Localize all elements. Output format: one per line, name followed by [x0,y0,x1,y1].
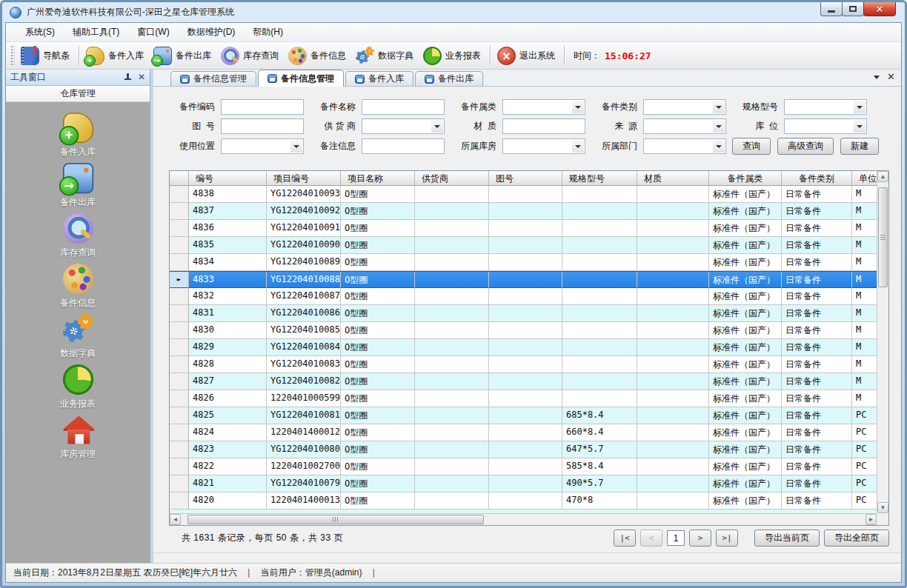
tab-备件信息管理[interactable]: 备件信息管理 [258,70,344,87]
table-cell[interactable]: M [852,373,877,390]
table-cell[interactable]: O型圈 [341,203,415,220]
table-cell[interactable] [415,458,489,475]
row-header-cell[interactable] [170,220,189,237]
table-cell[interactable]: 标准件（国产） [709,475,782,492]
table-cell[interactable] [562,220,637,237]
column-header[interactable]: 材质 [637,171,709,186]
table-cell[interactable]: 标准件（国产） [709,288,782,305]
prev-page-button[interactable]: < [640,529,662,547]
table-cell[interactable] [637,458,709,475]
table-cell[interactable]: O型圈 [341,339,415,356]
table-cell[interactable] [415,322,489,339]
table-cell[interactable] [637,220,709,237]
table-cell[interactable]: 日常备件 [782,458,852,475]
page-number-input[interactable]: 1 [667,530,685,546]
table-cell[interactable]: 日常备件 [782,356,852,373]
close-button[interactable]: ✕ [863,2,896,16]
table-cell[interactable]: M [852,390,877,407]
row-header-cell[interactable] [170,186,189,203]
table-cell[interactable]: O型圈 [341,373,415,390]
maximize-button[interactable] [842,2,864,16]
table-row[interactable]: 4837YG12204010092O型圈标准件（国产）日常备件M [170,203,877,220]
table-cell[interactable]: O型圈 [341,356,415,373]
table-cell[interactable]: YG12204010087 [267,288,341,305]
toolbar-grip[interactable] [11,46,15,65]
table-cell[interactable]: 标准件（国产） [709,356,782,373]
table-cell[interactable]: M [852,322,877,339]
table-cell[interactable]: O型圈 [341,407,415,424]
row-header-cell[interactable] [170,458,189,475]
table-cell[interactable]: 4835 [189,237,267,254]
export-all-pages-button[interactable]: 导出全部页 [824,529,889,547]
table-cell[interactable] [489,339,562,356]
row-header-cell[interactable] [170,203,189,220]
table-cell[interactable]: 4828 [189,356,267,373]
sidebar-item[interactable]: 备件信息 [6,259,150,310]
table-cell[interactable]: 4838 [189,186,267,203]
table-row[interactable]: 4836YG12204010091O型圈标准件（国产）日常备件M [170,220,877,237]
scroll-up-icon[interactable]: ▲ [877,171,888,182]
search-input[interactable] [221,118,304,134]
table-cell[interactable]: O型圈 [341,390,415,407]
chevron-down-icon[interactable] [572,101,584,113]
table-cell[interactable] [489,305,562,322]
table-cell[interactable]: M [852,356,877,373]
table-cell[interactable] [637,254,709,271]
table-cell[interactable]: 1220401400013 [267,492,341,510]
table-cell[interactable]: 日常备件 [782,373,852,390]
table-cell[interactable] [637,288,709,305]
row-header-cell[interactable] [170,373,189,390]
search-dropdown[interactable] [643,138,726,154]
vertical-scroll-thumb[interactable] [878,187,888,287]
table-cell[interactable]: O型圈 [341,288,415,305]
table-cell[interactable] [415,220,489,237]
titlebar[interactable]: 广州爱奇迪软件科技有限公司-深田之星仓库管理系统 ✕ [5,2,902,22]
table-cell[interactable]: 日常备件 [782,237,852,254]
tab-close-icon[interactable]: ✕ [887,73,895,81]
table-cell[interactable] [637,407,709,424]
table-cell[interactable]: 685*8.4 [562,407,637,424]
table-cell[interactable] [489,356,562,373]
table-cell[interactable]: O型圈 [341,254,415,271]
table-cell[interactable] [489,186,562,203]
table-cell[interactable]: YG12204010086 [267,305,341,322]
table-cell[interactable] [489,237,562,254]
row-header-cell[interactable] [170,390,189,407]
table-cell[interactable]: 标准件（国产） [709,390,782,407]
table-cell[interactable]: PC [852,475,877,492]
row-header-cell[interactable] [170,322,189,339]
table-cell[interactable]: O型圈 [341,458,415,475]
table-row[interactable]: 4834YG12204010089O型圈标准件（国产）日常备件M [170,254,877,271]
column-header[interactable]: 项目编号 [267,171,341,186]
horizontal-scroll-thumb[interactable] [187,515,484,524]
table-cell[interactable]: YG12204010082 [267,373,341,390]
sidebar-item[interactable]: 备件入库 [6,108,150,158]
table-cell[interactable] [562,356,637,373]
table-cell[interactable] [562,373,637,390]
column-header[interactable]: 规格型号 [562,171,637,186]
table-cell[interactable]: 日常备件 [782,441,852,458]
table-cell[interactable]: 日常备件 [782,254,852,271]
table-cell[interactable] [637,203,709,220]
table-cell[interactable]: 日常备件 [782,390,852,407]
table-cell[interactable] [415,272,489,288]
row-header-cell[interactable] [170,305,189,322]
table-cell[interactable] [489,492,562,510]
table-cell[interactable]: 标准件（国产） [709,186,782,203]
table-cell[interactable]: 4836 [189,220,267,237]
table-cell[interactable]: 660*8.4 [562,424,637,441]
search-input[interactable] [502,118,585,134]
table-cell[interactable] [415,237,489,254]
table-row[interactable]: 4838YG12204010093O型圈标准件（国产）日常备件M [170,186,877,203]
table-cell[interactable] [415,339,489,356]
table-row[interactable]: 4825YG12204010081O型圈685*8.4标准件（国产）日常备件PC [170,407,877,424]
pin-icon[interactable] [124,73,132,81]
table-cell[interactable] [637,441,709,458]
table-cell[interactable] [415,424,489,441]
table-cell[interactable] [637,272,709,288]
chevron-down-icon[interactable] [713,120,725,133]
table-cell[interactable]: PC [852,407,877,424]
table-cell[interactable]: PC [852,424,877,441]
search-dropdown[interactable] [221,138,304,154]
table-cell[interactable]: O型圈 [341,475,415,492]
